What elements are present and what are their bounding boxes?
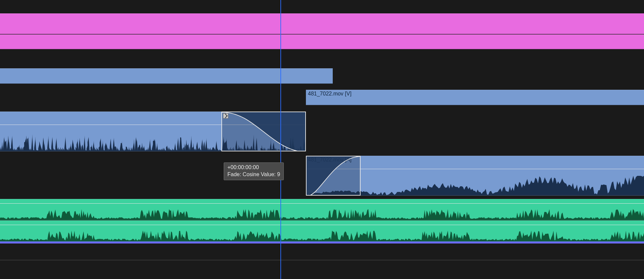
fade-tooltip: +00:00:00:00 Fade: Cosine Value: 9 xyxy=(224,162,284,180)
fade-curve-out-icon xyxy=(222,112,306,151)
tooltip-value: Fade: Cosine Value: 9 xyxy=(227,171,280,178)
volume-line[interactable] xyxy=(0,203,644,204)
audio-track-3-right[interactable] xyxy=(0,220,644,241)
clip-label: 481_7022.mov [V] xyxy=(308,91,352,97)
audio-clip-green[interactable] xyxy=(0,220,644,241)
waveform xyxy=(0,228,644,241)
audio-fade-out[interactable] xyxy=(221,112,306,151)
video-clip-pink[interactable] xyxy=(0,34,644,49)
audio-track-1[interactable] xyxy=(0,112,644,151)
audio-clip-green[interactable] xyxy=(0,199,644,220)
video-track-4-upper[interactable] xyxy=(0,13,644,34)
video-clip-blue[interactable] xyxy=(0,68,333,84)
video-track-4-lower[interactable] xyxy=(0,34,644,49)
volume-line[interactable] xyxy=(0,225,644,225)
marker-bar[interactable] xyxy=(0,241,644,243)
waveform xyxy=(0,206,644,220)
fade-curve-in-icon xyxy=(307,156,361,196)
audio-track-3-left[interactable] xyxy=(0,199,644,220)
fade-fx-icon[interactable] xyxy=(223,113,228,119)
video-clip-pink[interactable] xyxy=(0,13,644,34)
playhead[interactable] xyxy=(280,0,281,279)
audio-track-4[interactable] xyxy=(0,245,644,261)
video-clip-labeled[interactable]: 481_7022.mov [V] xyxy=(306,90,644,105)
tooltip-timecode: +00:00:00:00 xyxy=(227,164,280,171)
audio-track-2[interactable]: 481_7022.mov [A] Ch. 1 xyxy=(0,156,644,196)
video-track-2[interactable]: 481_7022.mov [V] xyxy=(0,90,644,105)
audio-fade-in[interactable] xyxy=(306,156,361,196)
track-divider xyxy=(0,260,644,260)
video-track-3[interactable] xyxy=(0,68,644,84)
